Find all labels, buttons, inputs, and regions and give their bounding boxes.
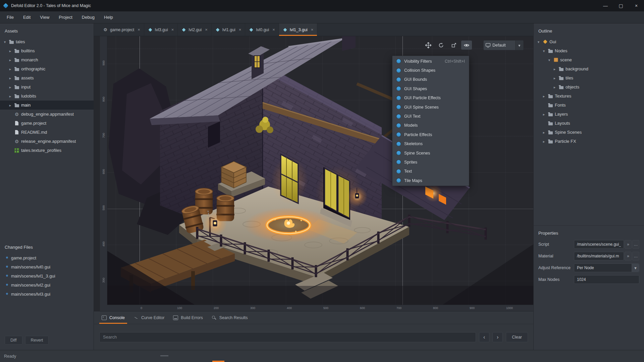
disclosure-arrow-icon[interactable]: [552, 66, 557, 71]
toggle-on-icon[interactable]: [396, 68, 401, 73]
changed-file-row[interactable]: main/scenes/lvl2.gui: [0, 281, 94, 290]
chevron-down-icon[interactable]: ▾: [632, 264, 639, 272]
scene-canvas[interactable]: Default ▾ Visibility Filters Ctrl+Shift+…: [107, 36, 533, 305]
editor-tab[interactable]: lvl3.gui ×: [144, 23, 178, 36]
browse-button[interactable]: …: [632, 240, 639, 249]
outline-tree-row[interactable]: Fonts: [534, 101, 644, 110]
toggle-on-icon[interactable]: [396, 123, 401, 128]
visibility-menu-item[interactable]: GUI Bounds: [392, 75, 469, 84]
tab-close-button[interactable]: ×: [311, 27, 314, 32]
visibility-menu-item[interactable]: Sprites: [392, 158, 469, 167]
asset-tree-row[interactable]: release_engine.appmanifest: [0, 137, 94, 146]
toggle-on-icon[interactable]: [396, 160, 401, 164]
toggle-on-icon[interactable]: [396, 142, 401, 146]
console-tab[interactable]: Build Errors: [169, 311, 207, 324]
browse-button[interactable]: …: [632, 252, 639, 260]
revert-button[interactable]: Revert: [25, 336, 49, 345]
layout-profile-dropdown[interactable]: Default ▾: [483, 40, 524, 50]
minimize-button[interactable]: —: [598, 0, 613, 11]
tab-close-button[interactable]: ×: [171, 27, 174, 32]
open-resource-button[interactable]: »: [625, 240, 632, 249]
visibility-menu-item[interactable]: Models: [392, 121, 469, 130]
chevron-down-icon[interactable]: ▾: [515, 41, 523, 50]
asset-tree-row[interactable]: orthographic: [0, 64, 94, 73]
tab-close-button[interactable]: ×: [205, 27, 208, 32]
toggle-on-icon[interactable]: [396, 105, 401, 109]
disclosure-arrow-icon[interactable]: [8, 57, 12, 62]
asset-tree-row[interactable]: README.md: [0, 128, 94, 137]
disclosure-arrow-icon[interactable]: [8, 94, 12, 99]
asset-tree-row[interactable]: game.project: [0, 119, 94, 128]
max-nodes-input[interactable]: [574, 275, 639, 284]
visibility-menu-item[interactable]: Particle Effects: [392, 130, 469, 139]
toggle-on-icon[interactable]: [396, 59, 401, 63]
console-tab[interactable]: Curve Editor: [129, 311, 169, 324]
editor-tab[interactable]: lvl1.gui ×: [212, 23, 246, 36]
disclosure-arrow-icon[interactable]: [552, 84, 557, 89]
outline-tree-row[interactable]: Nodes: [534, 46, 644, 55]
visibility-menu-item[interactable]: Spine Scenes: [392, 148, 469, 158]
menu-item[interactable]: Debug: [77, 11, 99, 23]
disclosure-arrow-icon[interactable]: [542, 112, 546, 117]
toggle-on-icon[interactable]: [396, 151, 401, 155]
disclosure-arrow-icon[interactable]: [8, 84, 12, 89]
tab-close-button[interactable]: ×: [239, 27, 241, 32]
visibility-menu-item[interactable]: Text: [392, 167, 469, 176]
editor-tab[interactable]: lvl0.gui ×: [245, 23, 279, 36]
console-search-input[interactable]: [99, 332, 476, 342]
disclosure-arrow-icon[interactable]: [536, 39, 541, 44]
maximize-button[interactable]: ▢: [613, 0, 629, 11]
asset-tree-row[interactable]: builtins: [0, 46, 94, 55]
outline-tree-row[interactable]: tiles: [534, 73, 644, 82]
visibility-menu-item[interactable]: GUI Text: [392, 112, 469, 121]
console-tab[interactable]: Search Results: [207, 311, 252, 324]
outline-tree-row[interactable]: Gui: [534, 37, 644, 46]
changed-file-row[interactable]: main/scenes/lvl0.gui: [0, 262, 94, 272]
script-input[interactable]: [574, 240, 624, 249]
asset-tree-row[interactable]: monarch: [0, 55, 94, 64]
move-tool-button[interactable]: [423, 41, 434, 50]
visibility-menu-item[interactable]: GUI Particle Effects: [392, 94, 469, 103]
asset-tree-row[interactable]: assets: [0, 73, 94, 82]
changed-file-row[interactable]: main/scenes/lvl3.gui: [0, 290, 94, 299]
material-input[interactable]: [574, 252, 624, 260]
toggle-on-icon[interactable]: [396, 77, 401, 82]
outline-tree-row[interactable]: scene: [534, 55, 644, 64]
open-resource-button[interactable]: »: [625, 252, 632, 260]
asset-tree-row[interactable]: tales.texture_profiles: [0, 146, 94, 155]
asset-tree-row[interactable]: tales: [0, 37, 94, 46]
diff-button[interactable]: Diff: [5, 336, 22, 345]
asset-tree-row[interactable]: input: [0, 82, 94, 92]
outline-tree-row[interactable]: Layouts: [534, 119, 644, 128]
menu-item[interactable]: Edit: [18, 11, 35, 23]
editor-tab[interactable]: lvl2.gui ×: [178, 23, 212, 36]
console-tab[interactable]: Console: [97, 311, 129, 324]
changed-file-row[interactable]: game.project: [0, 253, 94, 262]
clear-button[interactable]: Clear: [506, 332, 528, 342]
toggle-on-icon[interactable]: [396, 169, 401, 174]
scale-tool-button[interactable]: [448, 41, 459, 50]
menu-item[interactable]: View: [35, 11, 54, 23]
visibility-menu-item[interactable]: GUI Spine Scenes: [392, 103, 469, 112]
visibility-menu-item[interactable]: Collision Shapes: [392, 66, 469, 75]
visibility-menu-item[interactable]: Tile Maps: [392, 176, 469, 185]
changed-file-row[interactable]: main/scenes/lvl1_3.gui: [0, 272, 94, 281]
search-next-button[interactable]: ›: [492, 332, 503, 342]
visibility-menu-item[interactable]: Skeletons: [392, 139, 469, 148]
visibility-menu-item[interactable]: GUI Shapes: [392, 84, 469, 93]
tab-close-button[interactable]: ×: [138, 27, 140, 32]
disclosure-arrow-icon[interactable]: [542, 139, 546, 144]
tab-close-button[interactable]: ×: [272, 27, 275, 32]
toggle-on-icon[interactable]: [396, 114, 401, 119]
editor-tab[interactable]: lvl1_3.gui ×: [279, 23, 317, 36]
adjust-reference-select[interactable]: Per Node ▾: [574, 263, 639, 272]
asset-tree-row[interactable]: debug_engine.appmanifest: [0, 110, 94, 119]
editor-tab[interactable]: game.project ×: [99, 23, 144, 36]
menu-item[interactable]: File: [2, 11, 18, 23]
disclosure-arrow-icon[interactable]: [542, 94, 546, 99]
close-button[interactable]: ×: [629, 0, 644, 11]
asset-tree-row[interactable]: ludobits: [0, 92, 94, 101]
outline-tree-row[interactable]: Particle FX: [534, 137, 644, 146]
disclosure-arrow-icon[interactable]: [8, 66, 12, 71]
toggle-on-icon[interactable]: [396, 96, 401, 100]
